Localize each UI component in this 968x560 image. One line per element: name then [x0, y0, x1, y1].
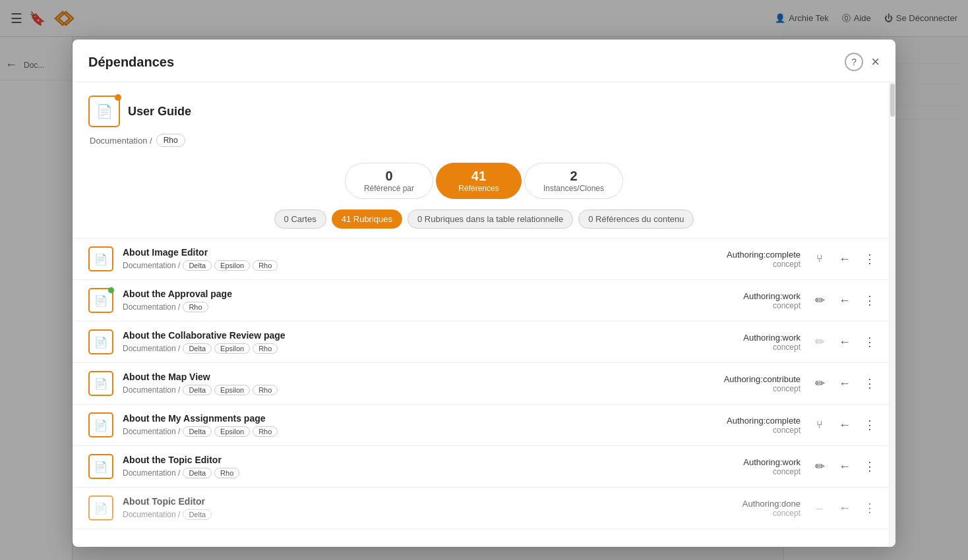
list-item: 📄 About Topic Editor Documentation / Del… — [73, 488, 895, 529]
path-text: Documentation / — [123, 344, 180, 353]
item-actions-7: – ← ⋮ — [810, 498, 880, 518]
tag-rho: Rho — [183, 302, 208, 312]
modal-title: Dépendances — [88, 55, 174, 70]
item-name-1: About Image Editor — [123, 247, 686, 258]
doc-path: Documentation / Rho — [90, 134, 880, 147]
item-name-4: About the Map View — [123, 372, 686, 382]
stat-instances-clones[interactable]: 2 Instances/Clones — [524, 163, 623, 199]
fork-action-1[interactable]: ⑂ — [810, 249, 830, 269]
doc-page-icon: 📄 — [94, 461, 107, 473]
filter-cartes[interactable]: 0 Cartes — [274, 210, 326, 229]
item-status-5: Authoring:complete concept — [695, 416, 801, 435]
item-path-4: Documentation / Delta Epsilon Rho — [123, 385, 686, 395]
item-info-2: About the Approval page Documentation / … — [123, 289, 686, 312]
stat-label-41: Références — [458, 184, 499, 193]
more-action-1[interactable]: ⋮ — [860, 249, 880, 269]
arrow-action-2[interactable]: ← — [835, 291, 855, 310]
edit-action-7[interactable]: – — [810, 498, 830, 518]
edit-action-6[interactable]: ✏ — [810, 457, 830, 476]
arrow-action-6[interactable]: ← — [835, 457, 855, 476]
item-icon-1: 📄 — [88, 246, 113, 271]
doc-page-icon: 📄 — [94, 502, 107, 515]
tag-epsilon: Epsilon — [214, 260, 250, 271]
item-info-7: About Topic Editor Documentation / Delta — [123, 496, 686, 520]
item-actions-5: ⑂ ← ⋮ — [810, 415, 880, 435]
item-status-6: Authoring:work concept — [695, 457, 801, 476]
item-actions-6: ✏ ← ⋮ — [810, 457, 880, 476]
arrow-action-3[interactable]: ← — [835, 332, 855, 352]
status-dot-green — [108, 287, 114, 293]
doc-page-icon: 📄 — [94, 336, 107, 349]
edit-action-2[interactable]: ✏ — [810, 291, 830, 310]
doc-page-icon: 📄 — [94, 294, 107, 307]
modal-help-button[interactable]: ? — [845, 53, 863, 71]
path-text: Documentation / — [123, 510, 180, 519]
stat-references[interactable]: 41 Références — [436, 163, 522, 199]
item-icon-6: 📄 — [88, 454, 113, 479]
item-path-3: Documentation / Delta Epsilon Rho — [123, 343, 686, 354]
filter-row: 0 Cartes 41 Rubriques 0 Rubriques dans l… — [73, 207, 895, 238]
doc-page-icon: 📄 — [94, 378, 107, 390]
tag-rho: Rho — [253, 426, 278, 437]
stat-referenced-by[interactable]: 0 Référencé par — [345, 163, 433, 199]
tag-delta: Delta — [183, 468, 212, 478]
more-action-7[interactable]: ⋮ — [860, 498, 880, 518]
filter-references-contenu[interactable]: 0 Références du contenu — [578, 210, 694, 229]
tag-rho: Rho — [253, 385, 278, 395]
more-action-6[interactable]: ⋮ — [860, 457, 880, 476]
more-action-4[interactable]: ⋮ — [860, 374, 880, 393]
stat-label-0: Référencé par — [364, 184, 414, 193]
dependencies-modal: Dépendances ? × 📄 User Guide Documentati… — [73, 40, 895, 547]
item-actions-4: ✏ ← ⋮ — [810, 374, 880, 393]
item-status-3: Authoring:work concept — [695, 333, 801, 352]
tag-delta: Delta — [183, 426, 212, 437]
doc-page-icon: 📄 — [94, 419, 107, 432]
path-text: Documentation / — [123, 302, 180, 312]
status-label-4: Authoring:contribute — [695, 374, 801, 384]
arrow-action-1[interactable]: ← — [835, 249, 855, 269]
fork-action-5[interactable]: ⑂ — [810, 415, 830, 435]
item-info-4: About the Map View Documentation / Delta… — [123, 372, 686, 395]
item-icon-7: 📄 — [88, 495, 113, 520]
filter-table-relationnelle[interactable]: 0 Rubriques dans la table relationnelle — [408, 210, 573, 229]
arrow-action-4[interactable]: ← — [835, 374, 855, 393]
more-action-2[interactable]: ⋮ — [860, 291, 880, 310]
more-action-5[interactable]: ⋮ — [860, 415, 880, 435]
status-sub-5: concept — [695, 426, 801, 435]
tag-delta: Delta — [183, 385, 212, 395]
items-list[interactable]: 📄 About Image Editor Documentation / Del… — [73, 238, 895, 547]
status-label-1: Authoring:complete — [695, 250, 801, 260]
item-status-7: Authoring:done concept — [695, 499, 801, 518]
stat-number-0: 0 — [385, 169, 392, 184]
status-sub-2: concept — [695, 301, 801, 310]
modal-body: 📄 User Guide Documentation / Rho 0 Référ… — [73, 82, 895, 547]
tag-rho: Rho — [253, 343, 278, 354]
tag-epsilon: Epsilon — [214, 343, 250, 354]
filter-rubriques[interactable]: 41 Rubriques — [332, 210, 402, 229]
edit-action-4[interactable]: ✏ — [810, 374, 830, 393]
tag-epsilon: Epsilon — [214, 426, 250, 437]
item-icon-2: 📄 — [88, 288, 113, 313]
more-action-3[interactable]: ⋮ — [860, 332, 880, 352]
edit-action-3[interactable]: ✏ — [810, 332, 830, 352]
list-item: 📄 About the My Assignments page Document… — [73, 405, 895, 446]
arrow-action-5[interactable]: ← — [835, 415, 855, 435]
path-text: Documentation / — [123, 261, 180, 270]
arrow-action-7[interactable]: ← — [835, 498, 855, 518]
tag-delta: Delta — [183, 343, 212, 354]
item-status-1: Authoring:complete concept — [695, 250, 801, 269]
path-text: Documentation / — [123, 468, 180, 478]
status-label-6: Authoring:work — [695, 457, 801, 467]
item-status-4: Authoring:contribute concept — [695, 374, 801, 393]
path-text: Documentation / — [123, 385, 180, 395]
modal-close-button[interactable]: × — [871, 55, 880, 69]
stat-number-2: 2 — [570, 169, 577, 184]
status-sub-4: concept — [695, 384, 801, 393]
path-text: Documentation / — [123, 427, 180, 436]
item-name-3: About the Collaborative Review page — [123, 330, 686, 341]
item-path-1: Documentation / Delta Epsilon Rho — [123, 260, 686, 271]
item-name-5: About the My Assignments page — [123, 413, 686, 424]
tag-rho: Rho — [214, 468, 239, 478]
item-path-5: Documentation / Delta Epsilon Rho — [123, 426, 686, 437]
modal-scrollbar-top[interactable] — [889, 82, 895, 547]
